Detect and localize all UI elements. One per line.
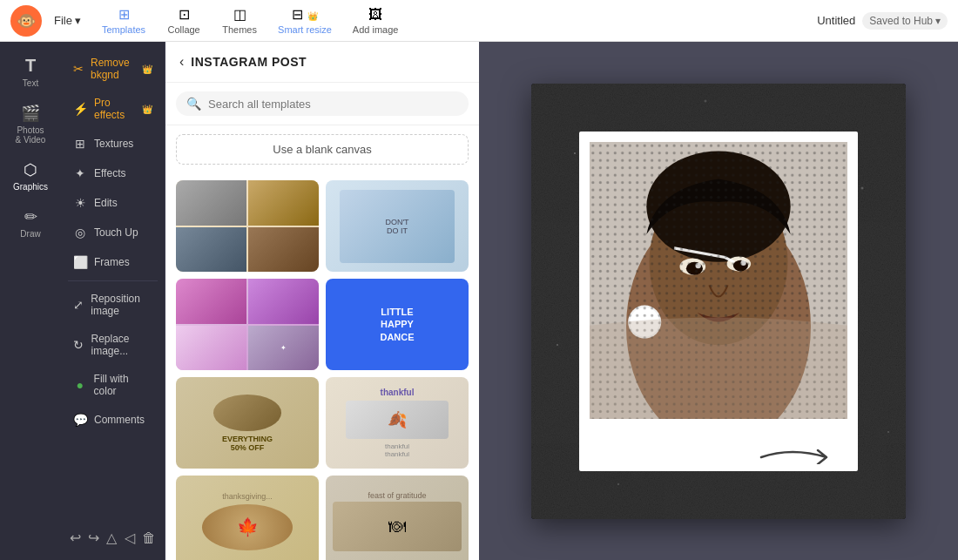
arrow-svg bbox=[757, 438, 844, 464]
remove-bkgnd-icon: ✂ bbox=[73, 62, 84, 76]
tool-comments[interactable]: 💬 Comments bbox=[64, 406, 161, 434]
templates-panel: ‹ INSTAGRAM POST 🔍 Use a blank canvas bbox=[165, 42, 479, 560]
redo-button[interactable]: ↪ bbox=[88, 530, 99, 546]
reposition-image-label: Reposition image bbox=[91, 293, 152, 317]
undo-button[interactable]: ↩ bbox=[70, 530, 81, 546]
search-input[interactable] bbox=[208, 98, 458, 111]
frames-label: Frames bbox=[94, 256, 130, 268]
panel-header: ‹ INSTAGRAM POST bbox=[165, 42, 479, 83]
nav-collage[interactable]: ⊡ Collage bbox=[158, 3, 210, 38]
canvas-content bbox=[531, 84, 906, 519]
template-card[interactable]: feast of gratitude 🍽 bbox=[326, 476, 469, 560]
touch-up-icon: ◎ bbox=[73, 226, 87, 240]
search-wrap: 🔍 bbox=[176, 91, 469, 116]
tool-replace-image[interactable]: ↻ Replace image... bbox=[64, 326, 161, 364]
template-card[interactable]: DON'TDO IT bbox=[326, 180, 469, 272]
sidebar-item-draw[interactable]: ✏ Draw bbox=[3, 200, 57, 246]
panel-tools: ✂ Remove bkgnd 👑 ⚡ Pro effects 👑 ⊞ Textu… bbox=[61, 42, 165, 560]
pro-effects-label: Pro effects bbox=[94, 97, 133, 121]
search-icon: 🔍 bbox=[186, 97, 201, 111]
svg-point-2 bbox=[574, 152, 576, 154]
text-icon: T bbox=[25, 56, 36, 76]
topbar-right: Untitled Saved to Hub ▾ bbox=[817, 12, 948, 30]
topbar: 🐵 File ▾ ⊞ Templates ⊡ Collage ◫ Themes … bbox=[0, 0, 958, 42]
tool-frames[interactable]: ⬜ Frames bbox=[64, 248, 161, 276]
tool-remove-bkgnd[interactable]: ✂ Remove bkgnd 👑 bbox=[64, 50, 161, 88]
nav-add-image[interactable]: 🖼 Add image bbox=[344, 3, 408, 38]
template-card[interactable]: LITTLEHAPPYDANCE bbox=[326, 279, 469, 370]
svg-point-3 bbox=[861, 186, 864, 189]
saved-to-hub-button[interactable]: Saved to Hub ▾ bbox=[862, 12, 948, 30]
smart-resize-icon: ⊟ 👑 bbox=[292, 6, 317, 23]
nav-themes[interactable]: ◫ Themes bbox=[213, 3, 266, 38]
svg-point-4 bbox=[557, 344, 558, 346]
edits-label: Edits bbox=[94, 197, 118, 209]
photos-video-icon: 🎬 bbox=[21, 104, 40, 123]
tool-touch-up[interactable]: ◎ Touch Up bbox=[64, 219, 161, 246]
comments-icon: 💬 bbox=[73, 413, 87, 427]
sidebar-item-text[interactable]: T Text bbox=[3, 49, 57, 95]
template-card[interactable]: thankful 🍂 thankfulthankful bbox=[326, 377, 469, 469]
svg-point-7 bbox=[617, 483, 619, 485]
file-chevron: ▾ bbox=[75, 14, 81, 27]
tool-edits[interactable]: ☀ Edits bbox=[64, 189, 161, 217]
polaroid-image-area bbox=[590, 142, 847, 419]
nav-templates[interactable]: ⊞ Templates bbox=[93, 3, 154, 38]
remove-bkgnd-label: Remove bkgnd bbox=[91, 57, 133, 81]
nav-smart-resize[interactable]: ⊟ 👑 Smart resize bbox=[269, 3, 341, 38]
remove-bkgnd-crown: 👑 bbox=[142, 64, 152, 74]
svg-point-6 bbox=[705, 99, 707, 102]
back-history-button[interactable]: ◁ bbox=[125, 530, 135, 546]
replace-image-icon: ↻ bbox=[73, 338, 84, 352]
template-card[interactable]: EVERYTHING50% OFF bbox=[176, 377, 319, 469]
effects-icon: ✦ bbox=[73, 166, 87, 180]
template-card[interactable] bbox=[176, 180, 319, 272]
edits-icon: ☀ bbox=[73, 196, 87, 210]
replace-image-label: Replace image... bbox=[91, 333, 152, 357]
draw-icon: ✏ bbox=[24, 207, 37, 226]
back-button[interactable]: ‹ bbox=[179, 54, 184, 70]
themes-icon: ◫ bbox=[233, 6, 246, 23]
topbar-nav: ⊞ Templates ⊡ Collage ◫ Themes ⊟ 👑 Smart… bbox=[93, 3, 810, 38]
template-card[interactable]: ✦ bbox=[176, 279, 319, 370]
search-bar: 🔍 bbox=[165, 83, 479, 125]
warning-button[interactable]: △ bbox=[106, 530, 117, 546]
tool-reposition-image[interactable]: ⤢ Reposition image bbox=[64, 286, 161, 324]
tool-bottom-actions: ↩ ↪ △ ◁ 🗑 bbox=[61, 523, 165, 553]
svg-point-5 bbox=[887, 431, 889, 433]
file-menu[interactable]: File ▾ bbox=[49, 10, 86, 30]
logo[interactable]: 🐵 bbox=[10, 5, 42, 37]
polaroid-frame bbox=[579, 132, 858, 471]
tool-effects[interactable]: ✦ Effects bbox=[64, 159, 161, 187]
textures-label: Textures bbox=[94, 138, 133, 150]
collage-icon: ⊡ bbox=[179, 6, 190, 23]
templates-grid: DON'TDO IT ✦ LITTLEHAPPYDANCE bbox=[165, 173, 479, 560]
delete-button[interactable]: 🗑 bbox=[142, 530, 156, 546]
fill-with-color-icon: ● bbox=[73, 378, 87, 392]
blank-canvas-button[interactable]: Use a blank canvas bbox=[176, 134, 469, 165]
main-layout: T Text 🎬 Photos& Video ⬡ Graphics ✏ Draw… bbox=[0, 42, 958, 560]
comments-label: Comments bbox=[94, 414, 145, 426]
reposition-image-icon: ⤢ bbox=[73, 298, 84, 312]
polaroid-bottom bbox=[579, 419, 858, 471]
tool-pro-effects[interactable]: ⚡ Pro effects 👑 bbox=[64, 90, 161, 128]
tool-fill-with-color[interactable]: ● Fill with color bbox=[64, 366, 161, 404]
doc-title: Untitled bbox=[817, 14, 855, 27]
polaroid-outer[interactable] bbox=[531, 84, 906, 519]
tool-textures[interactable]: ⊞ Textures bbox=[64, 130, 161, 158]
sidebar-item-graphics[interactable]: ⬡ Graphics bbox=[3, 153, 57, 199]
file-label: File bbox=[54, 14, 72, 27]
sidebar-item-photos-video[interactable]: 🎬 Photos& Video bbox=[3, 97, 57, 152]
textures-icon: ⊞ bbox=[73, 137, 87, 151]
panel-title: INSTAGRAM POST bbox=[191, 55, 307, 69]
graphics-icon: ⬡ bbox=[24, 160, 37, 179]
add-image-icon: 🖼 bbox=[368, 7, 382, 23]
pro-effects-icon: ⚡ bbox=[73, 102, 87, 116]
effects-label: Effects bbox=[94, 167, 125, 179]
frames-icon: ⬜ bbox=[73, 255, 87, 269]
fill-with-color-label: Fill with color bbox=[94, 373, 152, 397]
tool-divider bbox=[68, 280, 158, 281]
template-card[interactable]: thanksgiving... 🍁 bbox=[176, 476, 319, 560]
saved-label: Saved to Hub bbox=[869, 15, 933, 27]
touch-up-label: Touch Up bbox=[94, 226, 138, 239]
